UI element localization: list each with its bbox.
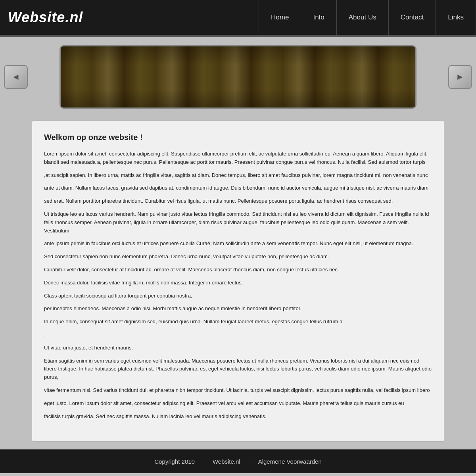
footer-site: Website.nl	[213, 458, 240, 465]
content-paragraph: Etiam sagittis enim in sem varius eget e…	[44, 357, 432, 382]
footer-sep2: -	[248, 458, 250, 465]
content-paragraph: eget justo. Lorem ipsum dolor sit amet, …	[44, 399, 432, 408]
nav-item-home[interactable]: Home	[259, 0, 301, 35]
content-paragraph: .	[44, 331, 432, 339]
slider-image-placeholder	[61, 46, 415, 107]
nav-item-links[interactable]: Links	[436, 0, 476, 35]
content-paragraph: Sed consectetur sapien non nunc elementu…	[44, 253, 432, 261]
nav-item-info[interactable]: Info	[301, 0, 336, 35]
logo: Website.nl	[8, 9, 83, 26]
content-paragraph: ante ipsum primis in faucibus orci luctu…	[44, 240, 432, 248]
slider-area: ◄ ►	[0, 37, 476, 117]
content-paragraph: sed erat. Nullam porttitor pharetra tinc…	[44, 197, 432, 205]
content-paragraph: ante ut diam. Nullam lacus lacus, gravid…	[44, 184, 432, 192]
content-paragraph: vitae fermentum nisl. Sed varius tincidu…	[44, 386, 432, 395]
nav-item-about-us[interactable]: About Us	[336, 0, 388, 35]
slider-prev-button[interactable]: ◄	[4, 65, 28, 89]
slider-image	[60, 45, 416, 109]
nav-item-contact[interactable]: Contact	[388, 0, 436, 35]
nav: HomeInfoAbout UsContactLinks	[259, 0, 476, 35]
content-paragraph: per inceptos himenaeos. Maecenas a odio …	[44, 305, 432, 313]
next-icon: ►	[456, 72, 464, 82]
footer: Copyright 2010 - Website.nl - Algemene V…	[0, 449, 476, 473]
footer-copyright: Copyright 2010	[154, 458, 195, 465]
content-paragraph: Ut vitae urna justo, et hendrerit mauris…	[44, 344, 432, 352]
content-paragraph: Curabitur velit dolor, consectetur at ti…	[44, 266, 432, 274]
footer-terms: Algemene Voorwaarden	[258, 458, 322, 465]
footer-sep1: -	[203, 458, 205, 465]
content-paragraph: Ut tristique leo eu lacus varius hendrer…	[44, 210, 432, 235]
slider-next-button[interactable]: ►	[448, 65, 472, 89]
header: Website.nl HomeInfoAbout UsContactLinks	[0, 0, 476, 35]
content-title: Welkom op onze website !	[44, 133, 432, 142]
content-paragraph: ,at suscipit sapien. In libero urna, mat…	[44, 171, 432, 180]
content-paragraph: Lorem ipsum dolor sit amet, consectetur …	[44, 150, 432, 167]
content-paragraph: Donec massa dolor, facilisis vitae fring…	[44, 279, 432, 287]
main-content-area: Welkom op onze website ! Lorem ipsum dol…	[0, 117, 476, 449]
content-paragraph: facilisis turpis gravida. Sed nec sagitt…	[44, 413, 432, 421]
content-paragraph: Class aptent taciti sociosqu ad litora t…	[44, 292, 432, 300]
prev-icon: ◄	[12, 72, 20, 82]
content-paragraphs: Lorem ipsum dolor sit amet, consectetur …	[44, 150, 432, 420]
content-box: Welkom op onze website ! Lorem ipsum dol…	[32, 121, 444, 441]
content-paragraph: In neque enim, consequat sit amet dignis…	[44, 318, 432, 326]
